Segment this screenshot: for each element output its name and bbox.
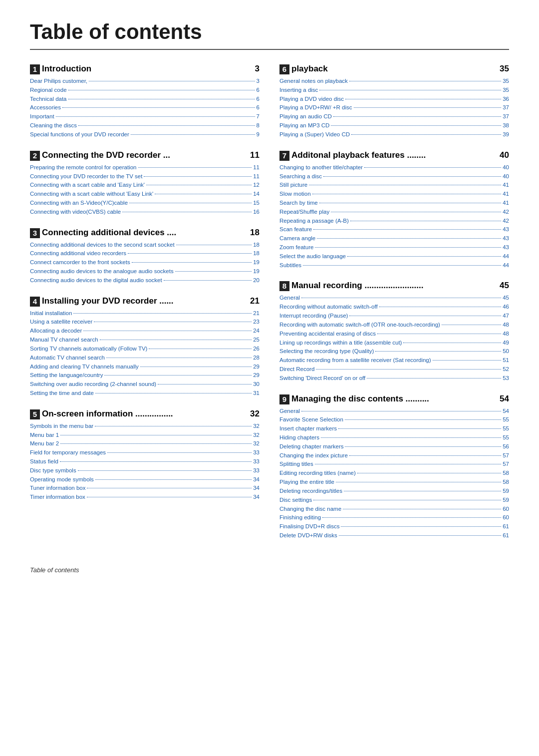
- toc-item[interactable]: Splitting titles57: [279, 460, 509, 469]
- toc-item[interactable]: Connecting audio devices to the analogue…: [30, 267, 260, 276]
- toc-dots: [73, 313, 252, 314]
- toc-item[interactable]: Inserting a disc35: [279, 86, 509, 95]
- toc-item[interactable]: Using a satellite receiver23: [30, 318, 260, 327]
- toc-dots: [83, 331, 252, 331]
- toc-item[interactable]: Zoom feature43: [279, 243, 509, 252]
- toc-item[interactable]: Symbols in the menu bar32: [30, 422, 260, 431]
- toc-item[interactable]: Scan feature43: [279, 225, 509, 234]
- section-title: Installing your DVD recorder ......: [42, 296, 247, 306]
- toc-item[interactable]: Playing a DVD video disc36: [279, 95, 509, 104]
- toc-item[interactable]: Favorite Scene Selection55: [279, 415, 509, 424]
- toc-item[interactable]: Connecting with a scart cable and 'Easy …: [30, 181, 260, 190]
- toc-item[interactable]: Camera angle43: [279, 234, 509, 243]
- toc-item[interactable]: Changing to another title/chapter40: [279, 163, 509, 172]
- toc-item[interactable]: Manual TV channel search25: [30, 336, 260, 345]
- toc-item[interactable]: Sorting TV channels automatically (Follo…: [30, 345, 260, 354]
- toc-item[interactable]: Connecting additional video recorders18: [30, 249, 260, 258]
- toc-item[interactable]: Deleting recordings/titles59: [279, 487, 509, 496]
- toc-item[interactable]: Selecting the recording type (Quality)50: [279, 347, 509, 356]
- toc-item[interactable]: Timer information box34: [30, 493, 260, 502]
- toc-item[interactable]: Search by time41: [279, 199, 509, 208]
- toc-item[interactable]: Insert chapter markers55: [279, 424, 509, 433]
- toc-item[interactable]: Editing recording titles (name)58: [279, 469, 509, 478]
- section-page-number: 32: [250, 409, 260, 419]
- toc-item[interactable]: Setting the time and date31: [30, 389, 260, 398]
- toc-item[interactable]: Playing the entire title58: [279, 478, 509, 487]
- toc-item-label: Connecting your DVD recorder to the TV s…: [30, 172, 142, 181]
- toc-item[interactable]: Disc settings59: [279, 496, 509, 505]
- toc-item[interactable]: Select the audio language44: [279, 252, 509, 261]
- toc-item-page: 59: [503, 487, 509, 496]
- toc-item[interactable]: Recording without automatic switch-off46: [279, 303, 509, 312]
- toc-item[interactable]: Playing an MP3 CD38: [279, 121, 509, 130]
- toc-item[interactable]: Disc type symbols33: [30, 466, 260, 475]
- toc-item[interactable]: Operating mode symbols34: [30, 475, 260, 484]
- toc-item[interactable]: Recording with automatic switch-off (OTR…: [279, 321, 509, 330]
- toc-item[interactable]: Playing a DVD+RW/ +R disc37: [279, 103, 509, 112]
- toc-item[interactable]: Playing a (Super) Video CD39: [279, 130, 509, 139]
- toc-item[interactable]: Subtitles44: [279, 261, 509, 270]
- toc-dots: [343, 509, 501, 509]
- toc-item[interactable]: Special functions of your DVD recorder9: [30, 130, 260, 139]
- toc-item[interactable]: Regional code6: [30, 86, 260, 95]
- toc-item[interactable]: Important7: [30, 112, 260, 121]
- title-divider: [30, 49, 509, 50]
- toc-item[interactable]: Field for temporary messages33: [30, 448, 260, 457]
- toc-item-page: 43: [503, 234, 509, 243]
- toc-item[interactable]: Status field33: [30, 457, 260, 466]
- toc-item[interactable]: Tuner information box34: [30, 484, 260, 493]
- toc-item-page: 36: [503, 95, 509, 104]
- toc-item[interactable]: Changing the disc name60: [279, 505, 509, 514]
- toc-item[interactable]: Connecting with video(CVBS) cable16: [30, 208, 260, 217]
- toc-item-page: 41: [503, 181, 509, 190]
- toc-item[interactable]: Menu bar 132: [30, 431, 260, 440]
- toc-item[interactable]: Cleaning the discs8: [30, 121, 260, 130]
- toc-item[interactable]: Preventing accidental erasing of discs48: [279, 330, 509, 339]
- toc-item[interactable]: Connecting additional devices to the sec…: [30, 241, 260, 250]
- toc-item[interactable]: Technical data6: [30, 95, 260, 104]
- toc-item[interactable]: Allocating a decoder24: [30, 327, 260, 336]
- toc-item[interactable]: Connecting your DVD recorder to the TV s…: [30, 172, 260, 181]
- toc-item[interactable]: Interrupt recording (Pause)47: [279, 312, 509, 321]
- toc-item[interactable]: Hiding chapters55: [279, 433, 509, 442]
- toc-item[interactable]: Deleting chapter markers56: [279, 442, 509, 451]
- toc-item[interactable]: Switching 'Direct Record' on or off53: [279, 374, 509, 383]
- toc-item[interactable]: Initial installation21: [30, 309, 260, 318]
- toc-item[interactable]: Preparing the remote control for operati…: [30, 163, 260, 172]
- toc-item-label: Changing the disc name: [279, 505, 341, 514]
- toc-dots: [104, 375, 252, 376]
- toc-item[interactable]: Adding and clearing TV channels manually…: [30, 363, 260, 372]
- toc-item[interactable]: Lining up recordings within a title (ass…: [279, 339, 509, 348]
- toc-item[interactable]: General notes on playback35: [279, 77, 509, 86]
- toc-item[interactable]: Connect camcorder to the front sockets19: [30, 258, 260, 267]
- toc-section: 8Manual recording ......................…: [279, 281, 509, 382]
- toc-item[interactable]: Changing the index picture57: [279, 451, 509, 460]
- toc-item[interactable]: Finishing editing60: [279, 513, 509, 522]
- toc-item[interactable]: Accessories6: [30, 103, 260, 112]
- toc-item[interactable]: Automatic TV channel search28: [30, 354, 260, 363]
- toc-item[interactable]: Playing an audio CD37: [279, 112, 509, 121]
- toc-item[interactable]: Connecting audio devices to the digital …: [30, 276, 260, 285]
- toc-item[interactable]: Slow motion41: [279, 190, 509, 199]
- toc-item[interactable]: Dear Philips customer,3: [30, 77, 260, 86]
- toc-item[interactable]: Still picture41: [279, 181, 509, 190]
- toc-item[interactable]: Delete DVD+RW disks61: [279, 531, 509, 540]
- toc-item[interactable]: Finalising DVD+R discs61: [279, 522, 509, 531]
- toc-item[interactable]: Connecting with a scart cable without 'E…: [30, 190, 260, 199]
- toc-item[interactable]: Connecting with an S-Video(Y/C)cable15: [30, 199, 260, 208]
- toc-item[interactable]: Direct Record52: [279, 365, 509, 374]
- toc-item-page: 47: [503, 312, 509, 321]
- toc-item[interactable]: Menu bar 232: [30, 439, 260, 448]
- toc-item[interactable]: General45: [279, 294, 509, 303]
- toc-dots: [138, 167, 252, 168]
- toc-item-label: Sorting TV channels automatically (Follo…: [30, 345, 147, 354]
- toc-item-page: 26: [253, 345, 260, 354]
- toc-item[interactable]: Repeat/Shuffle play42: [279, 208, 509, 217]
- toc-item[interactable]: Searching a disc40: [279, 172, 509, 181]
- toc-item[interactable]: Switching over audio recording (2-channe…: [30, 380, 260, 389]
- toc-item[interactable]: Repeating a passage (A-B)42: [279, 217, 509, 226]
- toc-item[interactable]: Setting the language/country29: [30, 371, 260, 380]
- toc-item[interactable]: General54: [279, 407, 509, 416]
- section-number: 2: [30, 151, 40, 161]
- toc-item[interactable]: Automatic recording from a satellite rec…: [279, 356, 509, 365]
